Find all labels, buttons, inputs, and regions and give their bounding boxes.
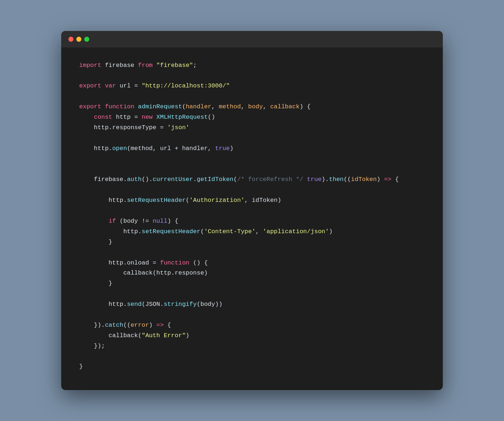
code-line-16: }).catch((error) => {	[79, 320, 425, 331]
minimize-button[interactable]	[76, 37, 81, 42]
code-line-11: }	[79, 237, 425, 248]
code-line-19: }	[79, 362, 425, 372]
code-line-1: import firebase from "firebase";	[79, 60, 425, 71]
title-bar	[61, 31, 443, 47]
code-line-4: const http = new XMLHttpRequest()	[79, 112, 425, 123]
code-line-7: firebase.auth().currentUser.getIdToken(/…	[79, 175, 425, 185]
code-line-8: http.setRequestHeader('Authorization', i…	[79, 195, 425, 206]
code-line-14: }	[79, 279, 425, 289]
code-line-18: });	[79, 341, 425, 352]
maximize-button[interactable]	[84, 37, 89, 42]
code-line-6: http.open(method, url + handler, true)	[79, 144, 425, 154]
code-line-12: http.onload = function () {	[79, 258, 425, 268]
code-editor: import firebase from "firebase"; export …	[61, 47, 443, 390]
code-window: import firebase from "firebase"; export …	[61, 31, 443, 390]
code-line-10: http.setRequestHeader('Content-Type', 'a…	[79, 227, 425, 237]
code-line-13: callback(http.response)	[79, 268, 425, 279]
code-line-5: http.responseType = 'json'	[79, 123, 425, 133]
code-line-9: if (body != null) {	[79, 216, 425, 227]
code-line-2: export var url = "http://localhost:3000/…	[79, 81, 425, 91]
code-line-15: http.send(JSON.stringify(body))	[79, 299, 425, 310]
code-line-3: export function adminRequest(handler, me…	[79, 102, 425, 112]
code-line-17: callback("Auth Error")	[79, 331, 425, 341]
close-button[interactable]	[68, 37, 73, 42]
